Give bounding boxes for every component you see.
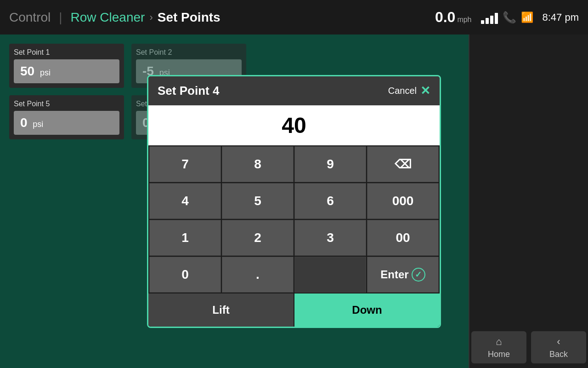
modal-bottom-buttons: Lift Down [148, 293, 440, 327]
backspace-icon: ⌫ [395, 157, 412, 171]
key-decimal[interactable]: . [222, 257, 294, 293]
modal-title: Set Point 4 [158, 84, 219, 98]
backspace-button[interactable]: ⌫ [367, 146, 439, 182]
cancel-button[interactable]: Cancel ✕ [388, 84, 430, 98]
key-0[interactable]: 0 [149, 257, 221, 293]
lift-button[interactable]: Lift [148, 293, 294, 327]
numpad: 7 8 9 ⌫ 4 5 6 000 1 2 3 00 0 . Enter ✓ [148, 145, 440, 293]
key-000[interactable]: 000 [367, 183, 439, 219]
modal-overlay: Set Point 4 Cancel ✕ 40 7 8 9 ⌫ 4 5 6 00… [0, 0, 588, 368]
key-empty [294, 257, 366, 293]
key-7[interactable]: 7 [149, 146, 221, 182]
key-3[interactable]: 3 [294, 220, 366, 256]
down-button[interactable]: Down [294, 293, 440, 327]
key-2[interactable]: 2 [222, 220, 294, 256]
modal-header: Set Point 4 Cancel ✕ [148, 76, 440, 105]
value-display: 40 [148, 105, 440, 145]
key-9[interactable]: 9 [294, 146, 366, 182]
cancel-label: Cancel [388, 86, 417, 96]
key-1[interactable]: 1 [149, 220, 221, 256]
key-6[interactable]: 6 [294, 183, 366, 219]
enter-label: Enter [380, 268, 408, 281]
key-4[interactable]: 4 [149, 183, 221, 219]
key-5[interactable]: 5 [222, 183, 294, 219]
enter-button[interactable]: Enter ✓ [367, 257, 439, 293]
close-icon: ✕ [420, 84, 430, 98]
key-8[interactable]: 8 [222, 146, 294, 182]
set-point-modal: Set Point 4 Cancel ✕ 40 7 8 9 ⌫ 4 5 6 00… [147, 75, 441, 328]
enter-checkmark-icon: ✓ [412, 268, 425, 282]
key-00[interactable]: 00 [367, 220, 439, 256]
